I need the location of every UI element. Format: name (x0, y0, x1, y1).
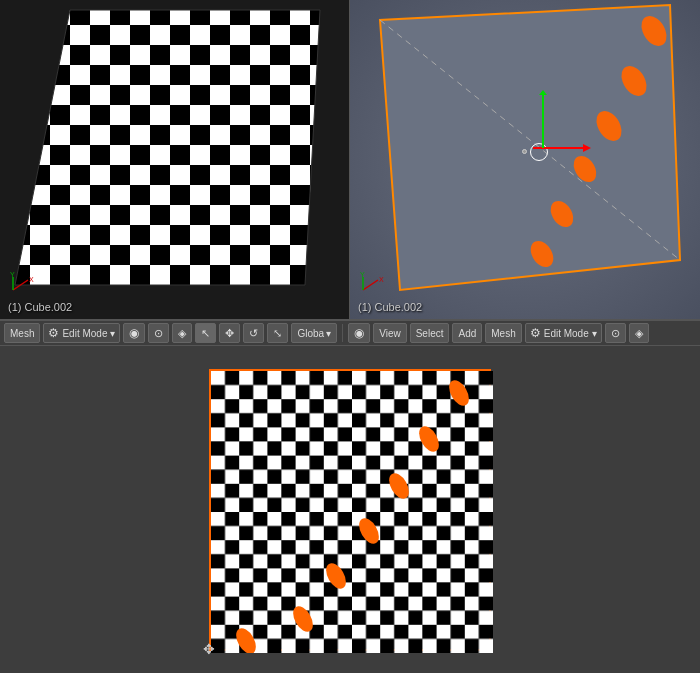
select-menu[interactable]: Select (410, 323, 450, 343)
overlay-btn-left[interactable]: ⊙ (148, 323, 169, 343)
svg-text:Y: Y (360, 272, 365, 278)
svg-text:Y: Y (10, 272, 15, 278)
rotate-icon: ↺ (249, 327, 258, 340)
svg-marker-18 (583, 144, 591, 152)
xray-icon-left: ◈ (178, 327, 186, 340)
xray-btn-right[interactable]: ◈ (629, 323, 649, 343)
toolbar-separator-1 (342, 324, 343, 342)
axis-indicator-left: X Y (8, 272, 38, 297)
select-label: Select (416, 328, 444, 339)
scale-icon: ⤡ (273, 327, 282, 340)
viewport-left-label: (1) Cube.002 (8, 301, 72, 313)
viewport-left[interactable]: X Y (1) Cube.002 (0, 0, 350, 320)
viewport-right[interactable]: X Y (1) Cube.002 (350, 0, 700, 320)
move-icon: ✥ (225, 327, 234, 340)
scale-tool-btn[interactable]: ⤡ (267, 323, 288, 343)
move-cursor-icon: ✥ (203, 641, 215, 657)
viewport-right-label: (1) Cube.002 (358, 301, 422, 313)
viewport-shading-btn-left[interactable]: ◉ (123, 323, 145, 343)
viewport-right-bg (350, 0, 700, 319)
top-viewport-row: X Y (1) Cube.002 (0, 0, 700, 320)
svg-marker-20 (539, 90, 547, 95)
overlay-icon-right: ⊙ (611, 327, 620, 340)
toolbar: Mesh ⚙ Edit Mode ▾ ◉ ⊙ ◈ ↖ ✥ ↺ ⤡ Globa (0, 320, 700, 346)
add-menu[interactable]: Add (452, 323, 482, 343)
xray-btn-left[interactable]: ◈ (172, 323, 192, 343)
dropdown-arrow-left: ▾ (110, 328, 115, 339)
overlay-btn-right[interactable]: ⊙ (605, 323, 626, 343)
move-tool-btn[interactable]: ✥ (219, 323, 240, 343)
svg-line-6 (13, 280, 28, 290)
add-label: Add (458, 328, 476, 339)
viewport-shading-btn-right[interactable]: ◉ (348, 323, 370, 343)
select-tool-btn[interactable]: ↖ (195, 323, 216, 343)
svg-marker-4 (15, 10, 320, 285)
xray-icon-right: ◈ (635, 327, 643, 340)
global-label: Globa (297, 328, 324, 339)
cursor-icon: ↖ (201, 327, 210, 340)
view-menu[interactable]: View (373, 323, 407, 343)
viewport-bottom[interactable]: ✥ (0, 346, 700, 673)
main-container: X Y (1) Cube.002 (0, 0, 700, 673)
uv-checker-svg (211, 371, 493, 653)
edit-mode-label-right: Edit Mode (544, 328, 589, 339)
edit-mode-label-left: Edit Mode (62, 328, 107, 339)
shading-icon-left: ◉ (129, 326, 139, 340)
svg-line-21 (363, 280, 378, 290)
global-dropdown[interactable]: Globa ▾ (291, 323, 337, 343)
svg-rect-29 (211, 371, 493, 653)
uv-checker-wrapper: ✥ (209, 369, 491, 651)
mesh-label-right: Mesh (491, 328, 515, 339)
shading-icon-right: ◉ (354, 326, 364, 340)
dropdown-arrow-right: ▾ (592, 328, 597, 339)
mesh-button-left[interactable]: Mesh (4, 323, 40, 343)
rotate-tool-btn[interactable]: ↺ (243, 323, 264, 343)
overlay-icon-left: ⊙ (154, 327, 163, 340)
svg-text:X: X (29, 276, 34, 283)
y-axis-arrow (533, 90, 553, 150)
edit-mode-dropdown-left[interactable]: ⚙ Edit Mode ▾ (43, 323, 120, 343)
checker-svg-left (10, 5, 330, 300)
transform-dot (522, 149, 527, 154)
edit-mode-dropdown-right[interactable]: ⚙ Edit Mode ▾ (525, 323, 602, 343)
mesh-label-left: Mesh (10, 328, 34, 339)
mesh-menu-right[interactable]: Mesh (485, 323, 521, 343)
view-label: View (379, 328, 401, 339)
svg-text:X: X (379, 276, 384, 283)
axis-indicator-right: X Y (358, 272, 388, 297)
